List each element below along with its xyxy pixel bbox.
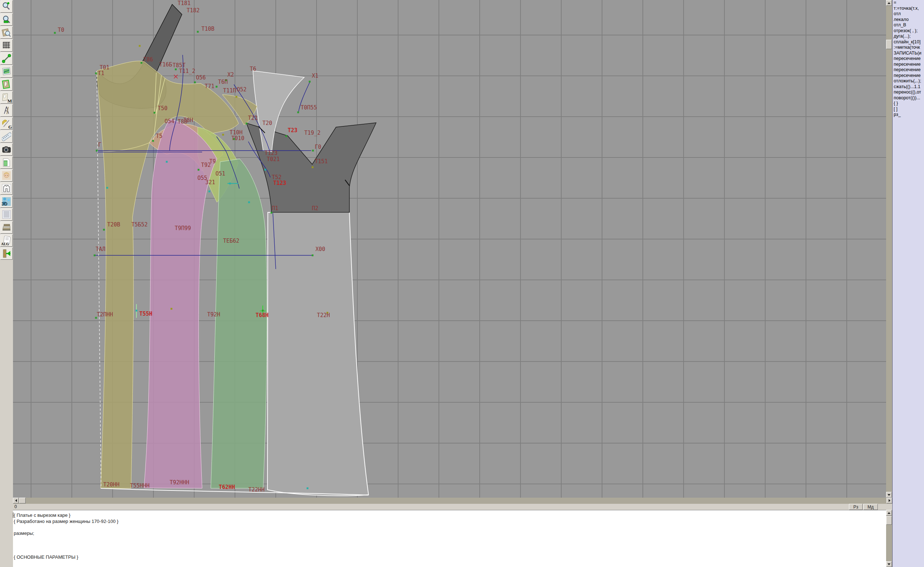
command-item[interactable]: сжать(()...1.1 [892,84,924,90]
camera-button[interactable] [0,143,13,156]
text-list-button[interactable] [0,208,13,221]
zoom-in-button[interactable] [0,0,13,13]
construction-point[interactable] [194,82,196,83]
pattern-view-button[interactable] [0,26,13,39]
command-item[interactable]: :=метка(точк [892,45,924,51]
scroll-right-button[interactable] [886,498,892,504]
construction-point[interactable] [136,310,138,312]
drafting-v-button[interactable] [0,104,13,117]
construction-point[interactable] [175,69,177,71]
vscroll-thumb[interactable] [886,40,892,49]
command-item[interactable]: отложить(,..); [892,78,924,84]
zoom-out-button[interactable] [0,14,13,26]
construction-point[interactable] [197,31,199,33]
measure-button[interactable] [0,53,13,65]
hscroll-thumb[interactable] [19,498,26,504]
command-item[interactable]: отрезок( , ); [892,28,924,34]
construction-point[interactable] [139,45,141,47]
command-item[interactable]: дуга(...); [892,34,924,39]
exit-button[interactable] [0,247,13,260]
editor-scroll-up-button[interactable] [886,510,892,516]
pattern-m-button[interactable]: M [0,91,13,104]
editor-scroll-down-button[interactable] [886,561,892,567]
garment-sketch-button[interactable] [0,182,13,195]
three-d-button[interactable]: 3D [0,196,13,208]
construction-point[interactable] [96,150,98,152]
grid-button[interactable] [0,39,13,52]
construction-point[interactable] [216,86,218,88]
command-item[interactable]: лекало [892,17,924,23]
construction-point[interactable] [154,112,156,114]
command-item[interactable]: ЗАПИСАТЬ(и [892,51,924,56]
point-label: Т22НН [248,486,265,493]
construction-point[interactable] [248,202,250,203]
drafting-g-button[interactable]: G [0,117,13,130]
construction-point[interactable] [166,161,168,163]
command-item[interactable]: пересечение [892,73,924,79]
construction-point[interactable] [307,487,309,489]
command-item[interactable]: рз_ [892,112,924,118]
point-label: Т0П55 [301,104,317,111]
table-document-button[interactable] [0,156,13,168]
piece-green-column[interactable] [211,159,267,488]
construction-point[interactable] [152,140,154,142]
canvas-hscrollbar[interactable] [13,498,892,504]
construction-point[interactable] [103,229,105,231]
construction-point[interactable] [95,72,97,74]
command-item[interactable]: поворот(())... [892,95,924,101]
rz-button[interactable]: Рз [849,504,862,510]
construction-point[interactable] [106,187,108,189]
point-label: Т6П [218,79,228,85]
construction-point[interactable] [171,308,172,310]
algorithm-button[interactable]: ALG [0,235,13,247]
command-item[interactable]: отл_В [892,23,924,28]
piece-skirt-back[interactable] [267,212,369,496]
ruler-button[interactable] [0,130,13,143]
command-item[interactable]: пересечение [892,67,924,73]
image-button[interactable] [0,65,13,78]
construction-point[interactable] [271,212,273,214]
construction-point[interactable] [285,135,287,137]
construction-point[interactable] [198,169,200,171]
construction-point[interactable] [236,96,237,98]
construction-point[interactable] [222,134,224,136]
command-item[interactable]: т:=точка(т.х, [892,6,924,12]
scroll-left-button[interactable] [13,498,19,504]
editor-vscroll-thumb[interactable] [886,516,892,525]
construction-point[interactable] [229,183,231,185]
command-item[interactable]: пересечение [892,56,924,62]
construction-point[interactable] [94,255,96,256]
construction-point[interactable] [262,310,264,312]
canvas-vscrollbar[interactable] [886,0,892,498]
command-item[interactable]: отл [892,11,924,17]
command-panel[interactable]: =т:=точка(т.х,отллекалоотл_Вотрезок( , )… [892,0,924,567]
command-item[interactable]: пересечение [892,62,924,68]
construction-point[interactable] [246,123,248,125]
drawing-canvas[interactable]: Т181Т182Т0Т10ВТ01Т1Т86Т16БТ85ТТ11_2О56Т6… [13,0,886,498]
construction-point[interactable] [312,255,314,256]
point-label: Т5Б52 [131,221,148,228]
construction-point[interactable] [265,169,266,171]
command-item[interactable]: = [892,0,924,6]
books-button[interactable] [0,221,13,234]
command-item[interactable]: { } [892,101,924,107]
construction-point[interactable] [208,191,210,193]
construction-point[interactable] [54,32,56,34]
script-editor[interactable]: { Платье с вырезом каре }{ Разработано н… [13,510,886,567]
camera-icon [2,145,11,154]
construction-point[interactable] [312,150,314,152]
md-button[interactable]: Мд [863,504,878,510]
scroll-up-button[interactable] [886,0,892,6]
model-photo-button[interactable] [0,169,13,182]
command-item[interactable]: перенос((),от [892,90,924,95]
construction-point[interactable] [309,81,311,83]
scroll-down-button[interactable] [886,492,892,498]
construction-point[interactable] [141,62,142,64]
command-item[interactable]: сплайн_к[10] [892,39,924,45]
construction-point[interactable] [312,167,314,168]
editor-vscrollbar[interactable] [886,510,892,567]
command-item[interactable]: [ ] [892,107,924,112]
construction-point[interactable] [297,111,299,113]
pattern-piece-button[interactable] [0,78,13,91]
command-list: =т:=точка(т.х,отллекалоотл_Вотрезок( , )… [892,0,924,118]
